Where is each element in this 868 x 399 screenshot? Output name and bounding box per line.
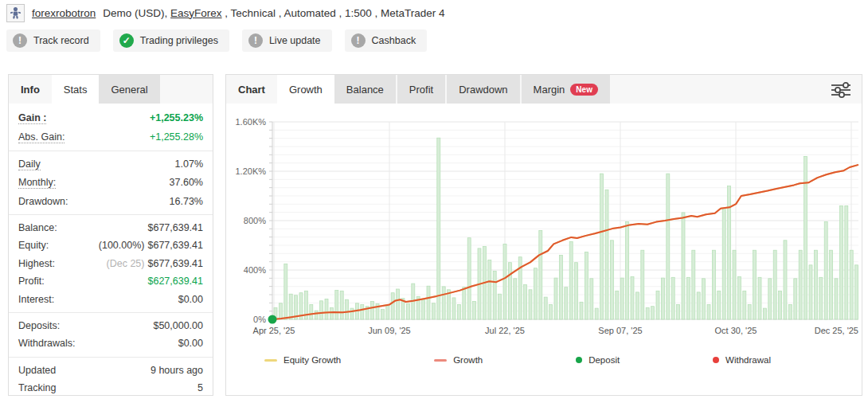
gain-bar: [737, 277, 741, 320]
tab-label: Margin: [534, 84, 565, 96]
gain-bar: [279, 303, 282, 319]
tab-growth[interactable]: Growth: [277, 75, 334, 104]
gain-bar: [814, 250, 817, 319]
stat-row-interest: Interest:$0.00: [9, 290, 213, 307]
stat-row-tracking: Tracking5: [9, 379, 213, 397]
gain-bar: [799, 250, 802, 319]
myfxbook-account-page: { "header": { "account_name": "forexrobo…: [0, 0, 868, 399]
y-axis-label: 0%: [253, 315, 266, 324]
gain-bar: [534, 268, 537, 319]
stat-value-text: 1.07%: [175, 158, 203, 170]
gain-bar: [605, 190, 608, 319]
gain-bar: [524, 285, 527, 319]
stat-value-text: $677,639.41: [147, 240, 203, 251]
stat-row-equity: Equity:(100.00%)$677,639.41: [9, 237, 213, 254]
gain-bar: [406, 304, 409, 319]
tab-margin[interactable]: MarginNew: [522, 75, 610, 104]
legend-item-growth[interactable]: Growth: [434, 355, 483, 365]
gain-bar: [722, 209, 725, 320]
badge-label: Trading privileges: [140, 35, 218, 46]
stat-value: (Dec 25)$677,639.41: [107, 258, 203, 269]
gain-bar: [784, 241, 787, 319]
stat-value-text: $0.00: [178, 294, 203, 305]
gain-bar: [656, 291, 659, 319]
stat-value-prefix: (100.00%): [99, 240, 145, 251]
broker-link[interactable]: EasyForex: [170, 7, 222, 19]
tab-info[interactable]: Info: [9, 75, 52, 104]
y-axis-label: 1.60K%: [235, 117, 266, 127]
stat-label: Profit:: [18, 276, 45, 287]
gain-bar: [432, 303, 435, 319]
legend-item-equity-growth[interactable]: Equity Growth: [264, 355, 341, 365]
stat-value: 5: [197, 382, 203, 393]
stat-value-text: 9 hours ago: [151, 365, 203, 376]
deposit-marker[interactable]: [268, 315, 277, 324]
gain-bar: [452, 298, 456, 319]
gain-bar: [437, 138, 440, 319]
gain-bar: [340, 291, 343, 319]
subtitle-prefix: Demo (USD),: [103, 7, 170, 19]
gain-bar: [610, 241, 613, 319]
stat-value-text: $0.00: [178, 338, 203, 349]
gain-bar: [692, 250, 695, 319]
gain-bar: [569, 241, 573, 319]
gain-bar: [850, 250, 853, 319]
badge-track-record[interactable]: !Track record: [6, 29, 100, 52]
gain-bar: [773, 250, 776, 319]
stat-value: $0.00: [178, 294, 203, 305]
badge-cashback[interactable]: !Cashback: [345, 29, 428, 52]
tab-drawdown[interactable]: Drawdown: [447, 75, 519, 104]
stat-row-balance: Balance:$677,639.41: [9, 219, 213, 237]
gain-bar: [788, 304, 792, 319]
stat-value: (100.00%)$677,639.41: [99, 240, 203, 251]
gain-bar: [346, 299, 349, 319]
gain-bar: [565, 288, 568, 319]
stat-value-text: $677,639.41: [147, 222, 203, 233]
tab-profit[interactable]: Profit: [397, 75, 445, 104]
gain-bar: [350, 308, 354, 319]
stat-row-abs-gain: Abs. Gain:+1,255.28%: [9, 127, 213, 146]
legend-item-deposit[interactable]: Deposit: [576, 355, 620, 365]
stat-value: $627,639.41: [147, 276, 203, 287]
tab-balance[interactable]: Balance: [334, 75, 396, 104]
stat-value-prefix: (Dec 25): [107, 258, 145, 269]
chart-panel-tabs: ChartGrowthBalanceProfitDrawdownMarginNe…: [226, 75, 862, 104]
gain-bar: [824, 222, 827, 320]
gain-bar: [794, 279, 797, 319]
legend-label: Deposit: [588, 355, 620, 365]
tab-stats[interactable]: Stats: [52, 75, 100, 104]
stat-value-text: 16.73%: [170, 196, 203, 207]
gain-bar: [620, 278, 624, 319]
tab-general[interactable]: General: [99, 75, 159, 104]
legend-item-withdrawal[interactable]: Withdrawal: [713, 355, 771, 365]
stat-label: Balance:: [18, 222, 57, 233]
account-subtitle: Demo (USD), EasyForex , Technical , Auto…: [103, 7, 444, 19]
tab-label: Info: [21, 84, 40, 96]
gain-bar: [590, 279, 593, 319]
badge-trading-privileges[interactable]: ✓Trading privileges: [113, 29, 229, 52]
legend-label: Equity Growth: [283, 355, 341, 365]
deposit-swatch-icon: [576, 357, 582, 363]
gain-bar: [499, 294, 502, 319]
gain-bar: [422, 299, 425, 319]
x-axis-label: Jul 22, '25: [485, 326, 525, 335]
stat-value: +1,255.28%: [150, 131, 203, 143]
tab-label: Drawdown: [459, 84, 507, 96]
gain-bar: [686, 277, 690, 319]
account-avatar[interactable]: [6, 4, 25, 22]
stat-value-text: $677,639.41: [147, 258, 203, 269]
gain-bar: [702, 279, 706, 319]
badge-live-update[interactable]: !Live update: [242, 29, 332, 52]
stat-row-gain: Gain :+1,255.23%: [9, 109, 213, 127]
tab-chart[interactable]: Chart: [226, 75, 277, 104]
stat-value: 9 hours ago: [151, 365, 203, 376]
gain-bar: [544, 297, 547, 319]
gain-bar: [712, 250, 715, 319]
stat-value-text: 5: [197, 382, 203, 393]
chart-settings-button[interactable]: [830, 80, 852, 100]
growth-chart[interactable]: 0%400%800%1.20K%1.60K%Apr 25, '25Jun 09,…: [226, 107, 862, 346]
gain-bar: [707, 304, 710, 319]
robot-avatar-icon: [9, 6, 22, 20]
gain-bar: [651, 307, 655, 319]
account-name-link[interactable]: forexrobotron: [32, 7, 96, 19]
